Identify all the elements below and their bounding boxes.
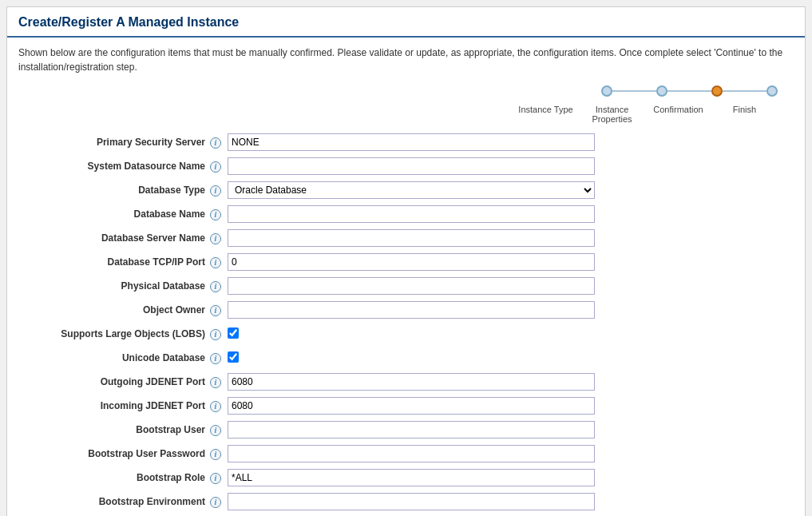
field-label-4: Database Server Name — [18, 226, 210, 250]
step-dot-instance-properties — [656, 85, 667, 97]
field-label-15: Bootstrap Environment — [18, 490, 210, 514]
field-input-cell-8 — [228, 322, 794, 346]
page-header: Create/Register A Managed Instance — [7, 7, 805, 38]
field-label-11: Incoming JDENET Port — [18, 394, 210, 418]
field-label-8: Supports Large Objects (LOBS) — [18, 322, 210, 346]
info-icon-cell-11: i — [210, 394, 228, 418]
step-line-2 — [667, 90, 711, 92]
info-icon-cell-10: i — [210, 370, 228, 394]
info-icon-1[interactable]: i — [210, 161, 221, 173]
info-icon-cell-15: i — [210, 490, 228, 514]
info-icon-3[interactable]: i — [210, 209, 221, 220]
field-input-5[interactable] — [228, 253, 595, 271]
field-input-0[interactable] — [228, 133, 595, 151]
field-input-cell-3 — [228, 202, 794, 226]
info-icon-cell-1: i — [210, 154, 228, 178]
info-icon-cell-3: i — [210, 202, 228, 226]
info-icon-0[interactable]: i — [210, 137, 221, 149]
info-icon-13[interactable]: i — [210, 449, 221, 460]
field-label-7: Object Owner — [18, 298, 210, 322]
field-input-cell-10 — [228, 370, 794, 394]
step-dot-confirmation — [711, 85, 723, 97]
field-label-2: Database Type — [18, 178, 210, 202]
field-input-15[interactable] — [228, 493, 595, 510]
field-label-14: Bootstrap Role — [18, 466, 210, 490]
form-row: Object Owneri — [18, 298, 794, 322]
field-input-cell-2: Oracle Database — [228, 178, 794, 202]
field-input-4[interactable] — [228, 229, 595, 247]
field-input-1[interactable] — [228, 157, 595, 175]
field-label-13: Bootstrap User Password — [18, 442, 210, 466]
form-row: Bootstrap Useri — [18, 418, 794, 442]
info-icon-12[interactable]: i — [210, 425, 221, 436]
field-label-5: Database TCP/IP Port — [18, 250, 210, 274]
form-row: Outgoing JDENET Porti — [18, 370, 794, 394]
info-icon-cell-12: i — [210, 418, 228, 442]
info-icon-6[interactable]: i — [210, 281, 221, 292]
form-table: Primary Security ServeriSystem Datasourc… — [18, 130, 794, 514]
field-input-3[interactable] — [228, 205, 595, 223]
form-row: Bootstrap User Passwordi — [18, 442, 794, 466]
field-input-13[interactable] — [228, 445, 595, 462]
field-label-6: Physical Database — [18, 274, 210, 298]
page-wrapper: Create/Register A Managed Instance Shown… — [6, 6, 806, 516]
field-input-12[interactable] — [228, 421, 595, 439]
step-dot-instance-type — [601, 85, 612, 97]
field-checkbox-9[interactable] — [228, 351, 239, 363]
info-icon-9[interactable]: i — [210, 353, 221, 364]
field-label-3: Database Name — [18, 202, 210, 226]
form-row: Unicode Databasei — [18, 346, 794, 370]
step-label-instance-type: Instance Type — [513, 105, 579, 124]
step-line-3 — [723, 90, 766, 92]
form-row: Incoming JDENET Porti — [18, 394, 794, 418]
field-input-cell-11 — [228, 394, 794, 418]
form-row: Database Server Namei — [18, 226, 794, 250]
field-select-2[interactable]: Oracle Database — [228, 181, 595, 199]
form-row: Bootstrap Environmenti — [18, 490, 794, 514]
field-input-14[interactable] — [228, 469, 595, 486]
info-icon-2[interactable]: i — [210, 185, 221, 196]
field-checkbox-8[interactable] — [228, 327, 239, 339]
form-row: Database Namei — [18, 202, 794, 226]
field-input-cell-15 — [228, 490, 794, 514]
info-icon-cell-9: i — [210, 346, 228, 370]
field-input-cell-14 — [228, 466, 794, 490]
info-icon-11[interactable]: i — [210, 401, 221, 412]
form-row: Database TypeiOracle Database — [18, 178, 794, 202]
field-label-1: System Datasource Name — [18, 154, 210, 178]
field-label-12: Bootstrap User — [18, 418, 210, 442]
field-input-7[interactable] — [228, 301, 595, 319]
field-input-11[interactable] — [228, 397, 595, 415]
field-input-6[interactable] — [228, 277, 595, 295]
info-icon-cell-8: i — [210, 322, 228, 346]
field-input-10[interactable] — [228, 373, 595, 391]
info-icon-8[interactable]: i — [210, 329, 221, 340]
info-icon-5[interactable]: i — [210, 257, 221, 268]
info-icon-15[interactable]: i — [210, 497, 221, 508]
info-icon-cell-6: i — [210, 274, 228, 298]
form-row: Primary Security Serveri — [18, 130, 794, 154]
info-icon-4[interactable]: i — [210, 233, 221, 244]
page-content: Shown below are the configuration items … — [7, 38, 805, 516]
info-icon-cell-14: i — [210, 466, 228, 490]
step-labels-row: Instance Type Instance Properties Confir… — [18, 105, 778, 124]
page-description: Shown below are the configuration items … — [18, 46, 794, 74]
field-input-cell-13 — [228, 442, 794, 466]
field-input-cell-9 — [228, 346, 794, 370]
form-row: Bootstrap Rolei — [18, 466, 794, 490]
field-input-cell-1 — [228, 154, 794, 178]
field-input-cell-12 — [228, 418, 794, 442]
step-instance-type — [601, 85, 656, 97]
step-label-confirmation: Confirmation — [645, 105, 711, 124]
step-dot-finish — [766, 85, 778, 97]
progress-steps — [18, 85, 778, 97]
field-label-0: Primary Security Server — [18, 130, 210, 154]
step-instance-properties — [656, 85, 711, 97]
info-icon-7[interactable]: i — [210, 305, 221, 316]
info-icon-14[interactable]: i — [210, 473, 221, 484]
step-label-finish: Finish — [711, 105, 778, 124]
info-icon-cell-2: i — [210, 178, 228, 202]
info-icon-10[interactable]: i — [210, 377, 221, 388]
form-row: Physical Databasei — [18, 274, 794, 298]
page-title: Create/Register A Managed Instance — [18, 15, 794, 30]
